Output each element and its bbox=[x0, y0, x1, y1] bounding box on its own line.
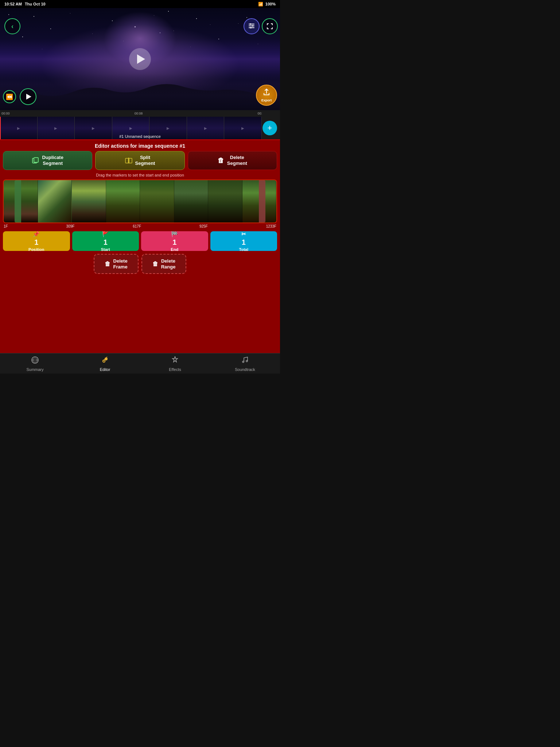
film-thumb-6 bbox=[187, 117, 225, 139]
tab-effects[interactable]: Effects bbox=[140, 353, 210, 374]
delete-frame-label: DeleteFrame bbox=[113, 258, 128, 270]
delete-segment-label: DeleteSegment bbox=[227, 155, 247, 166]
end-count: 1 bbox=[172, 238, 176, 247]
playback-controls: ⏪ bbox=[3, 88, 36, 105]
summary-label: Summary bbox=[26, 367, 43, 372]
add-clip-button[interactable]: + bbox=[262, 121, 277, 135]
position-count: 1 bbox=[34, 238, 38, 247]
start-count: 1 bbox=[104, 238, 108, 247]
water-reflection bbox=[0, 74, 280, 110]
rewind-icon: ⏪ bbox=[6, 93, 13, 100]
timeline-ruler: 00:00 00:08 00: bbox=[0, 110, 280, 117]
trim-filmstrip-frames bbox=[4, 180, 276, 222]
ruler-mark-0: 00:00 bbox=[1, 112, 10, 115]
split-icon bbox=[125, 157, 132, 164]
split-label: SplitSegment bbox=[135, 155, 155, 166]
trim-thumb-7 bbox=[208, 180, 242, 222]
trim-thumb-3 bbox=[72, 180, 106, 222]
frame-labels: 1F 309F 617F 925F 1233F bbox=[0, 223, 280, 228]
battery-display: 100% bbox=[265, 2, 276, 6]
action-buttons-row: DuplicateSegment SplitSegment 🗑 DeleteSe… bbox=[0, 151, 280, 173]
editor-icon bbox=[101, 356, 109, 366]
ruler-mark-1: 00:08 bbox=[135, 112, 143, 115]
svg-point-4 bbox=[252, 25, 253, 27]
frame-label-5: 1233F bbox=[266, 224, 276, 228]
timeline-track: + #1 Unnamed sequence bbox=[0, 117, 280, 139]
trim-thumb-6 bbox=[174, 180, 209, 222]
svg-rect-7 bbox=[34, 158, 38, 162]
play-icon bbox=[26, 94, 31, 100]
svg-rect-9 bbox=[129, 158, 132, 163]
duplicate-label: DuplicateSegment bbox=[42, 155, 63, 166]
time-display: 10:52 AM bbox=[4, 2, 22, 6]
soundtrack-label: Soundtrack bbox=[235, 367, 255, 372]
film-thumb-3 bbox=[75, 117, 112, 139]
split-segment-button[interactable]: SplitSegment bbox=[95, 151, 184, 170]
fullscreen-button[interactable] bbox=[262, 18, 278, 34]
end-label: End bbox=[171, 247, 178, 252]
film-thumb-1 bbox=[0, 117, 38, 139]
play-button[interactable] bbox=[20, 88, 36, 105]
start-marker-button[interactable]: 🚩 1 Start bbox=[72, 231, 139, 251]
svg-point-3 bbox=[250, 23, 251, 25]
editor-title: Editor actions for image sequence #1 bbox=[0, 140, 280, 151]
delete-range-icon: 🗑 bbox=[152, 261, 158, 267]
delete-range-button[interactable]: 🗑 DeleteRange bbox=[141, 254, 187, 274]
tab-soundtrack[interactable]: Soundtrack bbox=[210, 353, 280, 374]
film-thumb-7 bbox=[224, 117, 262, 139]
total-label: Total bbox=[239, 247, 248, 252]
delete-range-label: DeleteRange bbox=[161, 258, 176, 270]
timeline-playhead bbox=[0, 117, 1, 139]
duplicate-icon bbox=[32, 157, 39, 164]
sequence-label: #1 Unnamed sequence bbox=[119, 134, 161, 139]
delete-segment-icon: 🗑 bbox=[218, 157, 224, 165]
delete-frame-button[interactable]: 🗑 DeleteFrame bbox=[94, 254, 139, 274]
status-bar: 10:52 AM Thu Oct 10 📶 100% bbox=[0, 0, 280, 8]
video-play-button[interactable] bbox=[129, 48, 151, 70]
film-thumb-2 bbox=[38, 117, 75, 139]
left-trim-marker[interactable] bbox=[15, 180, 21, 222]
rewind-button[interactable]: ⏪ bbox=[3, 90, 16, 103]
trim-thumb-2 bbox=[38, 180, 72, 222]
delete-segment-button[interactable]: 🗑 DeleteSegment bbox=[188, 151, 277, 170]
date-display: Thu Oct 10 bbox=[25, 2, 46, 6]
filter-button[interactable] bbox=[244, 18, 260, 34]
position-marker-button[interactable]: 📌 1 Position bbox=[3, 231, 70, 251]
svg-rect-8 bbox=[125, 158, 128, 163]
right-trim-marker[interactable] bbox=[259, 180, 265, 222]
start-icon: 🚩 bbox=[102, 231, 109, 237]
start-label: Start bbox=[101, 247, 110, 252]
end-icon: 🏁 bbox=[171, 231, 178, 237]
end-marker-button[interactable]: 🏁 1 End bbox=[141, 231, 208, 251]
markers-row: 📌 1 Position 🚩 1 Start 🏁 1 End ✂ 1 Total bbox=[0, 228, 280, 251]
svg-point-17 bbox=[246, 360, 248, 362]
tab-editor[interactable]: Editor bbox=[70, 353, 140, 374]
trim-filmstrip[interactable] bbox=[3, 179, 277, 223]
soundtrack-icon bbox=[241, 356, 249, 366]
svg-point-5 bbox=[250, 27, 252, 28]
drag-hint: Drag the markers to set the start and en… bbox=[0, 173, 280, 179]
svg-point-16 bbox=[242, 361, 244, 363]
duplicate-segment-button[interactable]: DuplicateSegment bbox=[3, 151, 92, 170]
total-icon: ✂ bbox=[241, 231, 246, 237]
timeline-area: 00:00 00:08 00: + #1 Unnamed sequence bbox=[0, 110, 280, 139]
wifi-icon: 📶 bbox=[258, 2, 263, 7]
export-icon bbox=[262, 88, 271, 98]
delete-buttons-row: 🗑 DeleteFrame 🗑 DeleteRange bbox=[0, 251, 280, 277]
back-button[interactable]: ‹ bbox=[4, 18, 20, 34]
svg-rect-1 bbox=[249, 26, 254, 26]
export-label: Export bbox=[261, 98, 272, 102]
editor-label: Editor bbox=[100, 367, 110, 372]
trim-thumb-4 bbox=[106, 180, 140, 222]
trim-thumb-5 bbox=[140, 180, 174, 222]
tab-bar: Summary Editor Effects Soundtrack bbox=[0, 353, 280, 374]
frame-label-1: 1F bbox=[4, 224, 8, 228]
tab-summary[interactable]: Summary bbox=[0, 353, 70, 374]
position-label: Position bbox=[28, 247, 44, 252]
export-button[interactable]: Export bbox=[256, 85, 277, 106]
total-count: 1 bbox=[242, 238, 246, 247]
delete-frame-icon: 🗑 bbox=[105, 261, 110, 267]
frame-label-4: 925F bbox=[199, 224, 208, 228]
total-marker-button[interactable]: ✂ 1 Total bbox=[210, 231, 277, 251]
effects-icon bbox=[171, 356, 179, 366]
